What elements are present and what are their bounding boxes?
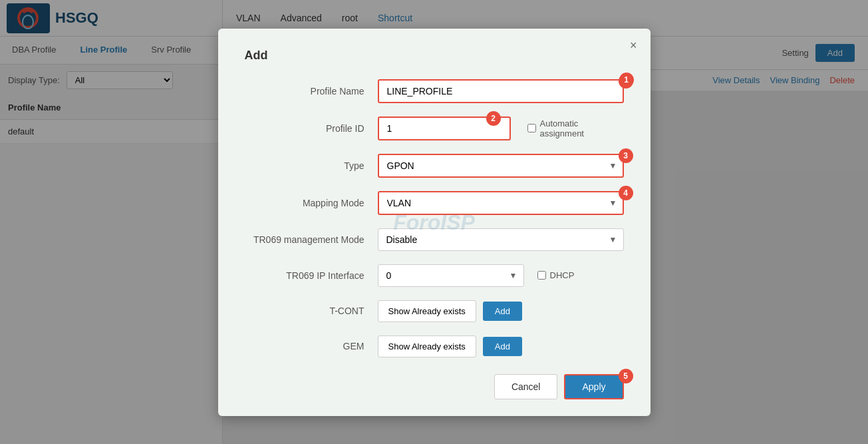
apply-button[interactable]: Apply bbox=[564, 374, 623, 399]
tr069-ip-row: TR069 IP Interface 0 ▼ DHCP bbox=[245, 264, 624, 287]
type-select-wrapper: GPON EPON XG-PON ▼ bbox=[378, 154, 624, 178]
type-row: Type GPON EPON XG-PON ▼ 3 bbox=[245, 154, 624, 178]
tcont-add-button[interactable]: Add bbox=[483, 302, 522, 321]
mapping-mode-row: Mapping Mode VLAN GEM Port ▼ 4 bbox=[245, 191, 624, 215]
gem-add-button[interactable]: Add bbox=[483, 337, 522, 356]
gem-row: GEM Show Already exists Add bbox=[245, 335, 624, 357]
cancel-button[interactable]: Cancel bbox=[494, 374, 558, 399]
mapping-mode-select-wrapper: VLAN GEM Port ▼ bbox=[378, 191, 624, 215]
tcont-label: T-CONT bbox=[245, 306, 378, 316]
mapping-mode-select[interactable]: VLAN GEM Port bbox=[378, 191, 624, 215]
badge-3: 3 bbox=[619, 148, 633, 163]
gem-label: GEM bbox=[245, 341, 378, 351]
modal-title: Add bbox=[245, 49, 624, 63]
dhcp-checkbox[interactable] bbox=[537, 271, 546, 280]
automatic-assignment-checkbox[interactable] bbox=[527, 124, 536, 132]
automatic-assignment-group: Automatic assignment bbox=[527, 118, 624, 138]
profile-name-row: Profile Name 1 bbox=[245, 79, 624, 103]
tr069-ip-select[interactable]: 0 bbox=[378, 264, 524, 287]
badge-2: 2 bbox=[486, 111, 501, 126]
modal-footer: Cancel Apply 5 bbox=[245, 374, 624, 399]
gem-show-exists-button[interactable]: Show Already exists bbox=[378, 335, 476, 357]
profile-id-label: Profile ID bbox=[245, 123, 378, 134]
tr069-mode-select-wrapper: Disable Enable ▼ bbox=[378, 228, 624, 251]
tcont-row: T-CONT Show Already exists Add bbox=[245, 300, 624, 322]
profile-name-input[interactable] bbox=[378, 79, 624, 103]
tcont-group: Show Already exists Add bbox=[378, 300, 624, 322]
dhcp-group: DHCP bbox=[537, 270, 575, 280]
type-label: Type bbox=[245, 160, 378, 171]
tcont-show-exists-button[interactable]: Show Already exists bbox=[378, 300, 476, 322]
automatic-assignment-label: Automatic assignment bbox=[540, 118, 624, 138]
badge-5: 5 bbox=[619, 369, 633, 383]
add-modal: Add × 1 Profile Name 1 Profile ID Automa… bbox=[218, 29, 651, 416]
dhcp-label: DHCP bbox=[550, 270, 575, 280]
mapping-mode-label: Mapping Mode bbox=[245, 198, 378, 208]
profile-id-group: Automatic assignment bbox=[378, 116, 624, 140]
badge-1: 1 bbox=[619, 73, 634, 87]
tr069-mode-select[interactable]: Disable Enable bbox=[378, 228, 624, 251]
profile-name-label: Profile Name bbox=[245, 86, 378, 97]
gem-group: Show Already exists Add bbox=[378, 335, 624, 357]
badge-4: 4 bbox=[619, 186, 633, 200]
modal-close-button[interactable]: × bbox=[630, 39, 637, 53]
profile-id-row: Profile ID Automatic assignment 2 bbox=[245, 116, 624, 140]
tr069-mode-label: TR069 management Mode bbox=[245, 234, 378, 245]
tr069-ip-select-wrapper: 0 ▼ bbox=[378, 264, 524, 287]
type-select[interactable]: GPON EPON XG-PON bbox=[378, 154, 624, 178]
tr069-mode-row: TR069 management Mode Disable Enable ▼ bbox=[245, 228, 624, 251]
tr069-ip-label: TR069 IP Interface bbox=[245, 270, 378, 281]
